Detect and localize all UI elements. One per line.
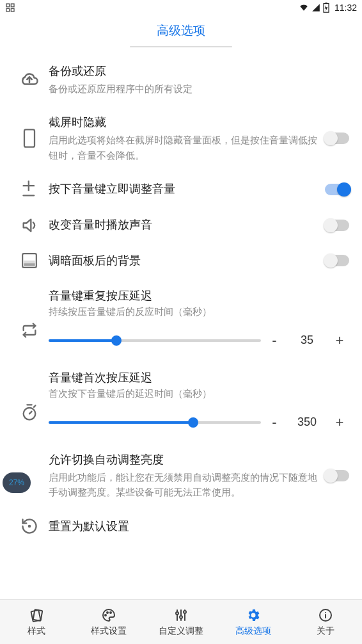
- page-title: 高级选项: [157, 22, 205, 39]
- row-title: 允许切换自动调整亮度: [49, 451, 319, 469]
- status-bar: 11:32: [0, 0, 362, 15]
- status-time: 11:32: [334, 3, 357, 13]
- row-repeat-delay: 音量键重复按压延迟 持续按压音量键后的反应时间（毫秒） - 35 +: [0, 278, 362, 360]
- volume-icon: [10, 216, 49, 234]
- row-desc: 首次按下音量键后的延迟时间（毫秒）: [49, 388, 349, 400]
- row-hide-on-screenshot[interactable]: 截屏时隐藏 启用此选项将始终在截屏时隐藏音量面板，但是按住音量调低按钮时，音量不…: [0, 105, 362, 172]
- first-delay-plus[interactable]: +: [330, 414, 349, 431]
- sliders-icon: [173, 608, 189, 623]
- svg-point-31: [325, 612, 326, 613]
- apps-icon: [5, 3, 15, 13]
- svg-point-21: [107, 612, 108, 613]
- row-instant-adjust[interactable]: 按下音量键立即调整音量: [0, 172, 362, 207]
- repeat-icon: [10, 287, 49, 349]
- plus-minus-icon: [10, 181, 49, 198]
- stopwatch-icon: [10, 369, 49, 431]
- settings-list: 备份或还原 备份或还原应用程序中的所有设定 截屏时隐藏 启用此选项将始终在截屏时…: [0, 47, 362, 544]
- tab-label: 样式: [28, 625, 45, 637]
- svg-point-20: [105, 615, 106, 616]
- restore-icon: [10, 517, 49, 535]
- svg-point-28: [184, 611, 186, 613]
- tab-label: 关于: [317, 625, 334, 637]
- row-title: 改变音量时播放声音: [49, 216, 319, 234]
- svg-point-17: [28, 525, 31, 528]
- row-title: 音量键首次按压延迟: [49, 369, 349, 387]
- row-allow-brightness-toggle[interactable]: 允许切换自动调整亮度 启用此功能后，能让您在无须禁用自动调整亮度的情况下随意地手…: [0, 442, 362, 509]
- row-desc: 启用此功能后，能让您在无须禁用自动调整亮度的情况下随意地手动调整亮度。某些设备可…: [49, 470, 319, 500]
- svg-rect-0: [6, 4, 10, 7]
- row-play-sound[interactable]: 改变音量时播放声音: [0, 207, 362, 243]
- row-title: 按下音量键立即调整音量: [49, 181, 319, 198]
- first-delay-slider[interactable]: [49, 421, 261, 424]
- tab-label: 样式设置: [91, 625, 127, 637]
- overlay-badge-text: 27%: [9, 478, 24, 487]
- bottom-nav: 样式 样式设置 自定义调整 高级选项: [0, 599, 362, 644]
- tab-label: 自定义调整: [159, 625, 203, 637]
- svg-line-16: [34, 405, 35, 407]
- cards-icon: [29, 608, 44, 623]
- repeat-delay-plus[interactable]: +: [330, 332, 349, 349]
- repeat-delay-minus[interactable]: -: [265, 332, 284, 349]
- first-delay-minus[interactable]: -: [265, 414, 284, 431]
- row-title: 截屏时隐藏: [49, 114, 319, 131]
- signal-icon: [311, 3, 320, 12]
- phone-outline-icon: [10, 128, 49, 149]
- svg-line-14: [29, 412, 32, 414]
- row-title: 备份或还原: [49, 63, 349, 80]
- overlay-badge[interactable]: 27%: [3, 472, 31, 493]
- repeat-delay-value: 35: [288, 334, 326, 347]
- row-title: 重置为默认设置: [49, 518, 349, 535]
- cloud-upload-icon: [10, 70, 49, 89]
- svg-point-26: [180, 616, 182, 618]
- palette-icon: [101, 608, 116, 623]
- row-backup-restore[interactable]: 备份或还原 备份或还原应用程序中的所有设定: [0, 54, 362, 105]
- row-title: 音量键重复按压延迟: [49, 287, 349, 305]
- info-icon: [318, 608, 333, 623]
- tab-label: 高级选项: [235, 625, 271, 637]
- tab-style[interactable]: 样式: [0, 600, 72, 644]
- svg-rect-3: [11, 8, 14, 12]
- gradient-icon: [10, 252, 49, 269]
- svg-point-22: [110, 612, 111, 613]
- row-title: 调暗面板后的背景: [49, 252, 319, 270]
- switch-dim-background[interactable]: [325, 255, 349, 266]
- row-reset-defaults[interactable]: 重置为默认设置: [0, 508, 362, 544]
- battery-icon: [323, 3, 329, 13]
- svg-rect-6: [24, 129, 35, 147]
- page-header: 高级选项: [0, 15, 362, 46]
- switch-allow-brightness-toggle[interactable]: [325, 470, 349, 481]
- svg-rect-12: [24, 264, 35, 266]
- switch-play-sound[interactable]: [325, 220, 349, 231]
- svg-rect-2: [6, 8, 10, 12]
- svg-rect-5: [325, 3, 327, 4]
- tab-style-settings[interactable]: 样式设置: [72, 600, 145, 644]
- first-delay-value: 350: [288, 415, 326, 429]
- svg-rect-19: [33, 609, 42, 621]
- wifi-icon: [299, 3, 309, 12]
- tab-advanced[interactable]: 高级选项: [217, 600, 290, 644]
- tab-custom-adjust[interactable]: 自定义调整: [145, 600, 217, 644]
- gear-icon: [246, 608, 261, 623]
- svg-rect-1: [11, 4, 14, 7]
- row-first-delay: 音量键首次按压延迟 首次按下音量键后的延迟时间（毫秒） - 350 +: [0, 360, 362, 442]
- row-dim-background[interactable]: 调暗面板后的背景: [0, 243, 362, 278]
- switch-instant-adjust[interactable]: [325, 184, 349, 195]
- row-desc: 备份或还原应用程序中的所有设定: [49, 81, 349, 96]
- row-desc: 持续按压音量键后的反应时间（毫秒）: [49, 306, 349, 318]
- tab-about[interactable]: 关于: [290, 600, 362, 644]
- switch-hide-on-screenshot[interactable]: [325, 133, 349, 144]
- svg-point-24: [176, 612, 178, 615]
- row-desc: 启用此选项将始终在截屏时隐藏音量面板，但是按住音量调低按钮时，音量不会降低。: [49, 133, 319, 163]
- repeat-delay-slider[interactable]: [49, 339, 261, 342]
